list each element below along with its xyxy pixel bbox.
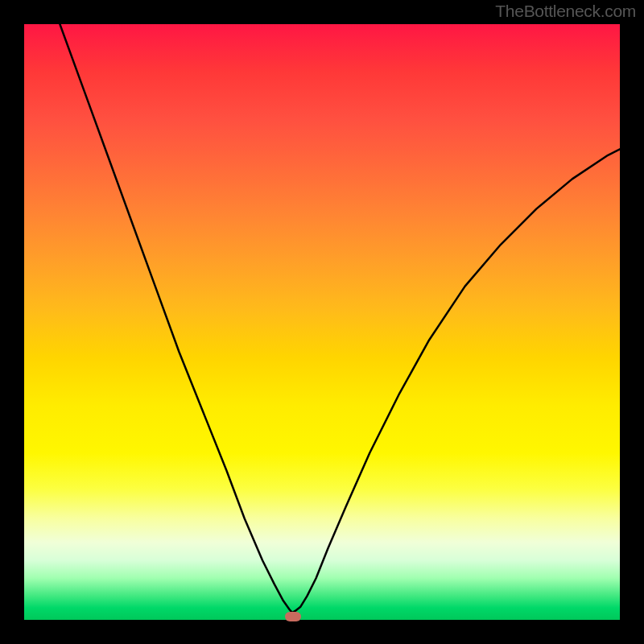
bottleneck-curve: [60, 24, 620, 613]
watermark-text: TheBottleneck.com: [495, 2, 636, 21]
optimal-point-marker: [285, 612, 301, 621]
curve-layer: [24, 24, 620, 620]
